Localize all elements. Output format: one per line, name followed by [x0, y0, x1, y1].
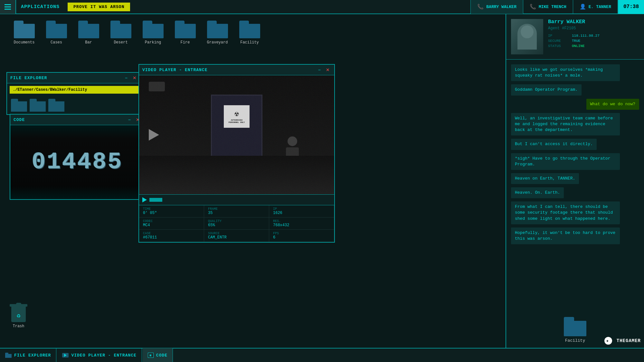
folder-parking[interactable]: Parking: [138, 21, 167, 45]
top-bar: APPLICATIONS PROVE IT WAS ARSON 📞 BARRY …: [0, 0, 644, 14]
agent-silhouette: [517, 24, 537, 50]
code-display: 014485: [10, 125, 144, 199]
chat-msg-7: Heaven on Earth, TANNER.: [511, 173, 579, 184]
taskbar-code-icon: ▣: [148, 353, 154, 358]
video-minimize[interactable]: −: [317, 67, 322, 73]
meta-val-codec: MC4: [143, 223, 200, 227]
agent-card: Barry WALKER Agent #F2105 IP 118.111.98.…: [506, 14, 644, 60]
meta-codec: CODEC MC4: [139, 218, 204, 230]
video-player-titlebar: VIDEO PLAYER - ENTRANCE − ✕: [139, 65, 334, 75]
meta-val-case: #67811: [143, 235, 200, 240]
video-play-small[interactable]: [142, 197, 147, 202]
folder-label-facility: Facility: [240, 40, 259, 45]
agent-info: Barry WALKER Agent #F2105 IP 118.111.98.…: [548, 19, 639, 54]
video-progress-bar[interactable]: [149, 198, 162, 202]
chat-msg-3: What do we do now?: [586, 99, 639, 110]
folder-label-parking: Parking: [145, 40, 161, 45]
code-titlebar: CODE − ✕: [10, 115, 144, 125]
meta-source: SOURCE CAM_ENTR: [204, 230, 269, 242]
meta-key-frame: FRAME: [208, 207, 265, 211]
file-explorer-minimize[interactable]: −: [124, 75, 129, 81]
trash-label: Trash: [13, 324, 24, 329]
video-scene: ☢ AUTHORIZEDPERSONNEL ONLY: [139, 75, 334, 194]
meta-fps: FPS 6: [269, 230, 334, 242]
taskbar-file-explorer[interactable]: FILE EXPLORER: [0, 348, 56, 362]
menu-button[interactable]: [0, 0, 16, 14]
contact-barry-walker[interactable]: 📞 BARRY WALKER: [470, 0, 523, 14]
thegamer-icon: [604, 337, 612, 345]
trash-lid: [10, 304, 27, 307]
agent-photo: [511, 19, 543, 54]
meta-val-source: CAM_ENTR: [208, 235, 265, 240]
folder-label-cases: Cases: [51, 40, 62, 45]
video-player-controls: − ✕: [317, 67, 331, 73]
trash-icon-container[interactable]: ♻ Trash: [10, 303, 27, 329]
video-player-title: VIDEO PLAYER - ENTRANCE: [142, 68, 207, 72]
taskbar-code[interactable]: ▣ CODE: [143, 348, 173, 362]
chat-msg-4: Well, an investigative team came before …: [511, 113, 620, 136]
agent-id: Agent #F2105: [548, 26, 639, 31]
code-title: CODE: [14, 117, 25, 122]
meta-key-time: TIME: [143, 207, 200, 211]
chat-msg-2: Goddamn Operator Program.: [511, 84, 582, 95]
chat-msg-1: Looks like we got ourselves *making sque…: [511, 64, 620, 81]
meta-key-res: RES.: [273, 219, 330, 223]
person-icon: 👤: [580, 4, 586, 10]
chat-msg-6: *sigh* Have to go through the Operator P…: [511, 153, 620, 170]
chat-messages: Looks like we got ourselves *making sque…: [506, 60, 644, 312]
contact-e-tanner[interactable]: 👤 E. TANNER: [573, 0, 618, 14]
meta-ip: IP 1626: [269, 205, 334, 218]
folder-fire[interactable]: Fire: [171, 21, 200, 45]
contact-mike-trench[interactable]: 📞 MIKE TRENCH: [523, 0, 573, 14]
folder-icon-parking: [143, 21, 164, 38]
mini-folder-2[interactable]: [30, 99, 46, 112]
chat-msg-10: Hopefully, it won't be too hard to prove…: [511, 227, 620, 244]
folder-icon-bar: [78, 21, 99, 38]
file-explorer-controls: − ✕: [124, 75, 138, 81]
code-video-frame: 014485: [10, 125, 144, 199]
video-close[interactable]: ✕: [325, 67, 331, 73]
meta-case: CASE #67811: [139, 230, 204, 242]
mini-folder-3[interactable]: [48, 99, 64, 112]
folder-documents[interactable]: Documents: [10, 21, 39, 45]
folder-label-bar: Bar: [85, 40, 92, 45]
file-explorer-close[interactable]: ✕: [131, 75, 138, 81]
agent-stats: IP 118.111.98.27 SECURE TRUE STATUS ONLI…: [548, 34, 639, 48]
trash-body: ♻: [11, 307, 26, 322]
chat-msg-8: Heaven. On. Earth.: [511, 187, 564, 198]
meta-frame: FRAME 35: [204, 205, 269, 218]
folder-graveyard[interactable]: Graveyard: [203, 21, 232, 45]
code-minimize[interactable]: −: [127, 116, 132, 123]
taskbar-video-player[interactable]: VIDEO PLAYER - ENTRANCE: [57, 348, 142, 362]
apps-label: APPLICATIONS: [16, 4, 64, 10]
top-right-contacts: 📞 BARRY WALKER 📞 MIKE TRENCH 👤 E. TANNER…: [470, 0, 644, 14]
stat-label-ip: IP: [548, 34, 571, 38]
stat-val-ip: 118.111.98.27: [572, 34, 639, 38]
meta-key-codec: CODEC: [143, 219, 200, 223]
meta-quality: QUALITY 65%: [204, 218, 269, 230]
meta-val-quality: 65%: [208, 223, 265, 227]
folder-bar[interactable]: Bar: [74, 21, 103, 45]
mini-folder-1[interactable]: [11, 99, 27, 112]
chat-folder-label: Facility: [565, 338, 585, 343]
chat-folder-icon: [564, 317, 586, 336]
chat-msg-5: But I can't access it directly.: [511, 139, 597, 150]
task-tab[interactable]: PROVE IT WAS ARSON: [68, 3, 130, 11]
trash-icon-gfx: ♻: [10, 303, 27, 322]
stat-label-status: STATUS: [548, 44, 571, 48]
meta-val-ip: 1626: [273, 211, 330, 215]
meta-res: RES. 768x432: [269, 218, 334, 230]
folder-desert[interactable]: Desert: [106, 21, 135, 45]
meta-key-ip: IP: [273, 207, 330, 211]
video-noise: [139, 75, 334, 194]
taskbar: FILE EXPLORER VIDEO PLAYER - ENTRANCE ▣ …: [0, 348, 644, 362]
phone-icon: 📞: [477, 4, 484, 10]
folder-facility[interactable]: Facility: [235, 21, 264, 45]
folder-label-fire: Fire: [181, 40, 190, 45]
folder-icon-documents: [14, 21, 35, 38]
file-explorer-window: FILE EXPLORER − ✕ ./ETanner/Cases/BWalke…: [6, 72, 142, 115]
code-number: 014485: [32, 149, 123, 175]
folder-label-documents: Documents: [14, 40, 35, 45]
folder-cases[interactable]: Cases: [42, 21, 71, 45]
folder-label-desert: Desert: [114, 40, 128, 45]
